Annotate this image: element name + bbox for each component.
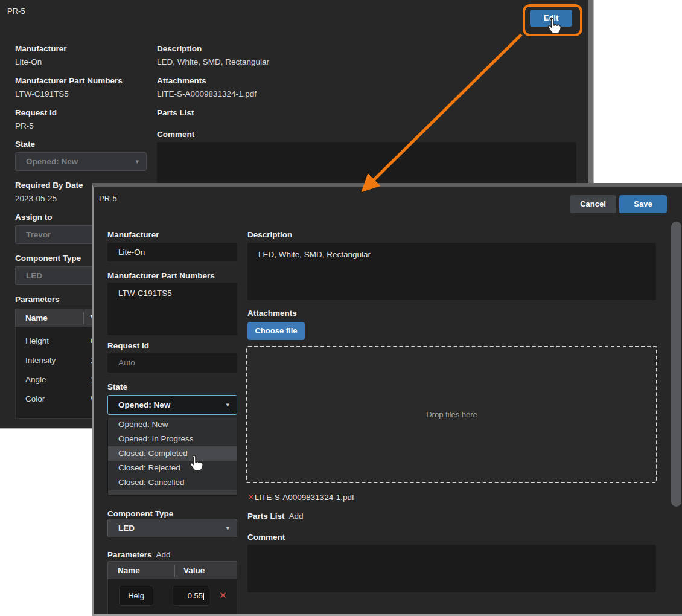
state-dropdown-list: Opened: New Opened: In Progress Closed: …	[107, 417, 237, 496]
required-by-value: 2023-05-25	[15, 194, 57, 203]
remove-param-icon[interactable]: ✕	[219, 591, 227, 600]
cancel-button[interactable]: Cancel	[570, 195, 616, 213]
param-row-name: Color	[25, 390, 45, 409]
attachment-file-link[interactable]: LITE-S-A0009831324-1.pdf	[157, 89, 257, 98]
state-option[interactable]: Closed: Rejected	[108, 461, 237, 475]
part-numbers-value: LTW-C191TS5	[15, 89, 69, 98]
state-option-highlighted[interactable]: Closed: Completed	[108, 446, 237, 461]
parts-list-label: Parts ListAdd	[247, 512, 304, 521]
attached-file-row: ✕LITE-S-A0009831324-1.pdf	[247, 493, 354, 502]
param-value-input[interactable]: 0.55	[173, 586, 209, 606]
parts-list-add-link[interactable]: Add	[289, 512, 304, 521]
parameters-table-header: Name Value	[107, 561, 237, 579]
text-cursor	[171, 400, 171, 409]
choose-file-button[interactable]: Choose file	[247, 322, 305, 340]
description-label: Description	[247, 230, 292, 239]
manufacturer-input[interactable]: Lite-On	[107, 243, 237, 261]
chevron-down-icon: ▾	[226, 396, 229, 414]
parameters-table-body: Heig 0.55 ✕	[107, 579, 237, 615]
column-divider	[174, 565, 175, 577]
assign-to-select-value: Trevor	[26, 230, 51, 239]
component-type-select-value: LED	[118, 524, 135, 533]
state-label: State	[107, 382, 127, 391]
request-id-label: Request Id	[15, 108, 57, 117]
dropdown-horizontal-scrollbar[interactable]	[108, 490, 237, 495]
file-dropzone[interactable]: Drop files here	[246, 346, 657, 483]
state-option[interactable]: Opened: New	[108, 417, 237, 432]
request-id-label: Request Id	[107, 341, 149, 350]
attached-file-name: LITE-S-A0009831324-1.pdf	[255, 493, 354, 502]
attachments-label: Attachments	[157, 76, 206, 85]
edit-highlight-ring	[523, 4, 582, 36]
column-divider	[83, 312, 84, 324]
part-numbers-textarea[interactable]: LTW-C191TS5	[107, 283, 237, 335]
parts-list-label: Parts List	[157, 108, 194, 117]
component-type-select[interactable]: LED ▾	[107, 519, 237, 537]
dropzone-text: Drop files here	[426, 410, 477, 419]
request-id-input[interactable]: Auto	[107, 353, 237, 373]
state-option[interactable]: Closed: Cancelled	[108, 475, 237, 490]
text-cursor	[203, 593, 204, 600]
param-row-name: Intensity	[25, 351, 56, 370]
param-name-input[interactable]: Heig	[119, 586, 153, 606]
state-combobox-value: Opened: New	[118, 400, 170, 409]
component-type-label: Component Type	[15, 254, 81, 263]
attachments-label: Attachments	[247, 309, 297, 318]
page-title: PR-5	[7, 7, 25, 16]
part-numbers-label: Manufacturer Part Numbers	[15, 76, 123, 85]
state-select-value: Opened: New	[26, 157, 78, 166]
state-label: State	[15, 140, 35, 149]
description-textarea[interactable]: LED, White, SMD, Rectangular	[247, 243, 656, 300]
part-numbers-label: Manufacturer Part Numbers	[107, 271, 215, 280]
parameters-name-header: Name	[118, 562, 140, 580]
parameters-label: ParametersAdd	[107, 550, 171, 559]
parameters-label-text: Parameters	[107, 550, 152, 559]
state-combobox[interactable]: Opened: New ▾	[107, 395, 237, 415]
chevron-down-icon: ▾	[135, 153, 139, 170]
parameters-label: Parameters	[15, 295, 60, 304]
modal-title: PR-5	[99, 194, 117, 203]
comment-label: Comment	[247, 533, 285, 542]
parameters-value-header: Value	[183, 562, 205, 580]
parts-list-label-text: Parts List	[247, 512, 285, 521]
state-select: Opened: New ▾	[15, 152, 147, 171]
required-by-label: Required By Date	[15, 181, 83, 190]
chevron-down-icon: ▾	[226, 519, 229, 537]
manufacturer-label: Manufacturer	[15, 44, 67, 53]
request-id-value: PR-5	[15, 121, 34, 130]
state-option[interactable]: Opened: In Progress	[108, 432, 237, 446]
description-label: Description	[157, 44, 202, 53]
comment-textarea[interactable]	[247, 545, 656, 592]
remove-file-icon[interactable]: ✕	[247, 492, 255, 502]
comment-label: Comment	[157, 130, 194, 139]
manufacturer-value: Lite-On	[15, 57, 42, 66]
param-row-name: Angle	[25, 370, 46, 390]
param-value-text: 0.55	[188, 591, 203, 600]
description-value: LED, White, SMD, Rectangular	[157, 57, 269, 66]
parameters-name-header: Name	[25, 309, 48, 327]
save-button[interactable]: Save	[619, 195, 667, 213]
manufacturer-label: Manufacturer	[107, 230, 159, 239]
edit-part-request-modal: PR-5 Cancel Save Manufacturer Lite-On Ma…	[92, 183, 682, 616]
modal-scrollbar-thumb[interactable]	[671, 222, 681, 507]
param-row-name: Height	[25, 332, 49, 351]
component-type-label: Component Type	[107, 509, 173, 518]
component-type-select-value: LED	[26, 271, 42, 280]
assign-to-label: Assign to	[15, 213, 53, 222]
parameters-add-link[interactable]: Add	[156, 550, 171, 559]
